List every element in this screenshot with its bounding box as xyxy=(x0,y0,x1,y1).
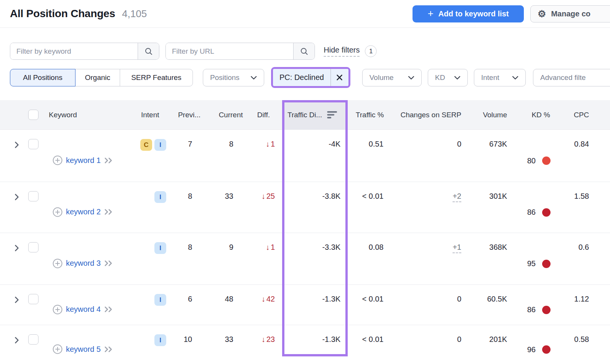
column-header-diff[interactable]: Diff. xyxy=(244,111,282,119)
row-checkbox[interactable] xyxy=(28,294,39,304)
traffic-diff-header-label: Traffic Di... xyxy=(287,111,322,119)
row-checkbox-cell xyxy=(27,182,45,233)
expand-row-button[interactable] xyxy=(0,233,27,284)
add-keyword-icon[interactable] xyxy=(53,344,63,354)
kd-cell: 86 xyxy=(508,285,555,325)
row-checkbox-cell xyxy=(27,325,45,364)
previous-position-cell: 6 xyxy=(171,285,201,325)
keyword-search-button[interactable] xyxy=(138,43,159,59)
add-keyword-icon[interactable] xyxy=(53,305,63,315)
column-header-traffic-pct[interactable]: Traffic % xyxy=(348,111,387,119)
table-header-row: Keyword Intent Previ... Current Diff. Tr… xyxy=(0,100,610,129)
column-header-intent[interactable]: Intent xyxy=(137,111,171,119)
plus-icon: + xyxy=(428,8,433,19)
remove-pc-filter-button[interactable] xyxy=(331,69,348,86)
keyword-cell: keyword 5 xyxy=(45,325,137,364)
column-header-current[interactable]: Current xyxy=(201,111,244,119)
keyword-link[interactable]: keyword 4 xyxy=(66,305,101,314)
previous-position-cell: 8 xyxy=(171,233,201,284)
chevron-down-icon xyxy=(408,76,414,80)
add-keyword-icon[interactable] xyxy=(53,207,63,217)
add-keyword-icon[interactable] xyxy=(53,155,63,165)
serp-changes-link[interactable]: +2 xyxy=(453,192,461,202)
keyword-filter-input[interactable] xyxy=(10,43,138,59)
diff-cell: ↓42 xyxy=(244,285,282,325)
volume-cell: 368K xyxy=(462,233,508,284)
row-checkbox[interactable] xyxy=(28,334,39,345)
column-header-keyword[interactable]: Keyword xyxy=(45,111,137,119)
kd-difficulty-dot xyxy=(542,306,551,314)
keyword-link[interactable]: keyword 3 xyxy=(66,259,101,268)
expand-row-button[interactable] xyxy=(0,182,27,233)
cpc-cell: 1.58 xyxy=(555,182,610,233)
position-changes-page: All Position Changes 4,105 + Add to keyw… xyxy=(0,0,610,364)
add-to-keyword-list-button[interactable]: + Add to keyword list xyxy=(413,5,524,22)
column-header-serp-changes[interactable]: Changes on SERP xyxy=(387,111,462,119)
url-search-button[interactable] xyxy=(293,43,315,59)
row-checkbox[interactable] xyxy=(28,139,39,149)
serp-changes-cell: 0 xyxy=(387,325,462,364)
column-header-previous[interactable]: Previ... xyxy=(171,111,201,119)
previous-position-cell: 10 xyxy=(171,325,201,364)
open-serp-icon[interactable] xyxy=(104,157,114,164)
select-all-checkbox[interactable] xyxy=(28,110,39,120)
chevron-right-icon xyxy=(14,244,19,252)
column-header-traffic-diff[interactable]: Traffic Di... xyxy=(282,100,348,129)
keyword-link[interactable]: keyword 5 xyxy=(66,345,101,354)
expand-row-button[interactable] xyxy=(0,285,27,325)
keyword-cell: keyword 3 xyxy=(45,233,137,284)
manage-columns-button[interactable]: ⚙ Manage co xyxy=(530,5,610,22)
kd-difficulty-dot xyxy=(542,208,551,217)
serp-changes-value: 0 xyxy=(457,140,461,148)
traffic-pct-cell: < 0.01 xyxy=(348,285,387,325)
diff-cell: ↓25 xyxy=(244,182,282,233)
chevron-right-icon xyxy=(14,337,19,344)
segment-all-positions[interactable]: All Positions xyxy=(10,69,75,86)
traffic-diff-cell: -3.3K xyxy=(282,233,348,284)
serp-changes-link[interactable]: +1 xyxy=(453,243,461,253)
volume-filter-dropdown[interactable]: Volume xyxy=(362,69,422,86)
arrow-down-icon: ↓ xyxy=(266,243,270,251)
current-position-cell: 33 xyxy=(201,182,244,233)
diff-cell: ↓23 xyxy=(244,325,282,364)
manage-columns-label: Manage co xyxy=(551,10,590,18)
hide-filters-toggle[interactable]: Hide filters 1 xyxy=(324,43,377,60)
url-filter-input[interactable] xyxy=(166,43,293,59)
intent-cell: I xyxy=(137,233,171,284)
kd-value: 96 xyxy=(527,345,536,354)
kd-cell: 95 xyxy=(508,233,555,284)
open-serp-icon[interactable] xyxy=(104,306,114,313)
segment-organic[interactable]: Organic xyxy=(75,69,120,86)
open-serp-icon[interactable] xyxy=(104,209,114,215)
expand-row-button[interactable] xyxy=(0,130,27,182)
intent-filter-dropdown[interactable]: Intent xyxy=(474,69,526,86)
table-row: keyword 5 I 10 33 ↓23 -1.3K < 0.01 0 201… xyxy=(0,325,610,364)
expand-row-button[interactable] xyxy=(0,325,27,364)
row-checkbox[interactable] xyxy=(28,191,39,201)
kd-filter-label: KD xyxy=(435,73,445,82)
previous-position-cell: 8 xyxy=(171,182,201,233)
add-keyword-icon[interactable] xyxy=(53,259,63,268)
keyword-link[interactable]: keyword 1 xyxy=(66,156,101,165)
open-serp-icon[interactable] xyxy=(104,260,114,267)
top-bar: All Position Changes 4,105 + Add to keyw… xyxy=(0,0,610,28)
segment-serp-features[interactable]: SERP Features xyxy=(120,69,193,86)
column-header-volume[interactable]: Volume xyxy=(462,111,508,119)
column-header-kd[interactable]: KD % xyxy=(508,111,555,119)
volume-cell: 201K xyxy=(462,325,508,364)
column-header-cpc[interactable]: CPC xyxy=(555,111,610,119)
advanced-filters-dropdown[interactable]: Advanced filte xyxy=(533,69,610,86)
close-icon xyxy=(336,74,343,81)
open-serp-icon[interactable] xyxy=(104,346,114,353)
chevron-right-icon xyxy=(14,296,19,303)
traffic-pct-cell: 0.08 xyxy=(348,233,387,284)
current-position-cell: 8 xyxy=(201,130,244,182)
kd-filter-dropdown[interactable]: KD xyxy=(428,69,468,86)
keyword-link[interactable]: keyword 2 xyxy=(66,208,101,216)
chevron-down-icon xyxy=(512,76,518,80)
pc-declined-filter-chip[interactable]: PC: Declined xyxy=(273,69,348,86)
row-checkbox[interactable] xyxy=(28,242,39,252)
positions-filter-dropdown[interactable]: Positions xyxy=(203,69,264,86)
serp-changes-cell: +2 xyxy=(387,182,462,233)
diff-cell: ↓1 xyxy=(244,233,282,284)
